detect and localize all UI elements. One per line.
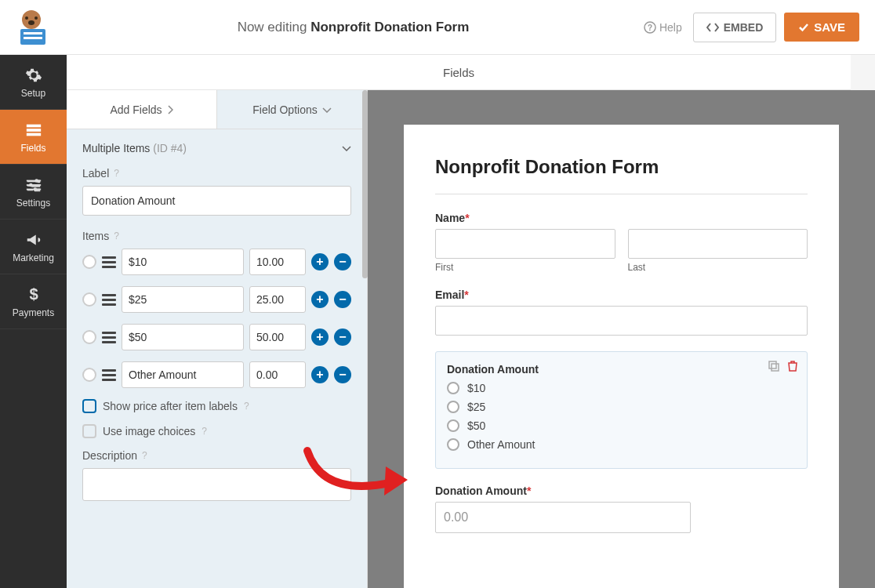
help-link[interactable]: ? Help [644,21,682,34]
embed-button[interactable]: EMBED [693,13,777,42]
options-body: Label? Items? + − + − [67,167,367,517]
svg-rect-12 [26,180,40,181]
checkbox-icon[interactable] [82,424,96,438]
label-input[interactable] [82,186,351,216]
svg-rect-9 [26,124,40,127]
item-price-input[interactable] [249,324,306,350]
item-price-input[interactable] [249,286,306,313]
svg-rect-10 [26,129,40,132]
checkbox-icon[interactable] [82,399,96,413]
chevron-right-icon [167,105,173,114]
item-price-input[interactable] [249,361,306,388]
label-heading: Label? [82,167,351,180]
nav-marketing[interactable]: Marketing [0,220,67,274]
svg-point-17 [33,187,37,191]
gear-icon [24,66,43,85]
add-item-button[interactable]: + [311,328,329,346]
chevron-down-icon [322,107,332,113]
svg-point-0 [22,10,41,29]
help-icon: ? [644,21,656,34]
option-row[interactable]: $50 [447,419,796,432]
amount-input[interactable]: 0.00 [435,502,691,533]
item-price-input[interactable] [249,249,306,275]
svg-point-15 [34,179,38,183]
help-icon[interactable]: ? [202,426,207,437]
main-area: Setup Fields Settings Marketing $ Paymen… [0,55,875,588]
nav-settings[interactable]: Settings [0,165,67,220]
svg-rect-6 [24,37,42,39]
list-icon [24,121,43,140]
email-input[interactable] [435,306,808,336]
item-row: + − [82,249,351,275]
description-input[interactable] [82,468,351,501]
fields-header: Fields [67,55,851,90]
nav-payments[interactable]: $ Payments [0,274,67,329]
radio-icon[interactable] [447,438,459,451]
add-item-button[interactable]: + [311,366,329,383]
default-radio[interactable] [82,368,96,382]
remove-item-button[interactable]: − [334,366,351,383]
donation-amount-field[interactable]: Donation Amount* 0.00 [435,485,808,533]
remove-item-button[interactable]: − [334,328,351,346]
default-radio[interactable] [82,255,96,269]
nav-fields[interactable]: Fields [0,110,67,165]
item-label-input[interactable] [122,286,244,313]
svg-text:$: $ [29,286,38,303]
item-row: + − [82,286,351,313]
svg-rect-5 [24,32,42,34]
radio-icon[interactable] [447,382,459,394]
donation-options-field[interactable]: Donation Amount $10 $25 $50 Other Amount [435,351,808,469]
save-button[interactable]: SAVE [784,13,859,42]
option-row[interactable]: $25 [447,401,796,413]
scrollbar[interactable] [362,90,368,278]
radio-icon[interactable] [447,419,459,432]
help-icon[interactable]: ? [244,401,249,412]
tab-field-options[interactable]: Field Options [216,90,367,129]
delete-icon[interactable] [786,360,799,372]
use-images-row[interactable]: Use image choices ? [82,424,351,438]
help-icon[interactable]: ? [142,450,147,461]
chevron-down-icon [342,145,351,151]
default-radio[interactable] [82,330,96,344]
last-name-input[interactable] [628,229,808,259]
form-preview: Nonprofit Donation Form Name* First Last… [404,125,839,588]
nav-rail: Setup Fields Settings Marketing $ Paymen… [0,55,67,588]
nav-setup[interactable]: Setup [0,55,67,110]
svg-rect-13 [26,184,40,186]
drag-handle-icon[interactable] [102,369,116,380]
description-heading: Description? [82,449,351,462]
svg-point-2 [34,16,38,20]
drag-handle-icon[interactable] [102,256,116,267]
option-row[interactable]: Other Amount [447,438,796,451]
top-bar: Now editing Nonprofit Donation Form ? He… [0,0,875,55]
divider [435,194,808,194]
item-label-input[interactable] [122,249,244,275]
default-radio[interactable] [82,292,96,307]
tab-add-fields[interactable]: Add Fields [67,90,216,129]
email-field[interactable]: Email* [435,289,808,336]
name-field[interactable]: Name* First Last [435,212,808,273]
remove-item-button[interactable]: − [334,253,351,270]
remove-item-button[interactable]: − [334,291,351,308]
show-price-row[interactable]: Show price after item labels ? [82,399,351,413]
svg-point-3 [28,20,34,25]
dollar-icon: $ [24,285,43,304]
item-label-input[interactable] [122,361,244,388]
add-item-button[interactable]: + [311,291,329,308]
first-name-input[interactable] [435,229,615,259]
radio-icon[interactable] [447,401,459,413]
items-heading: Items? [82,230,351,242]
drag-handle-icon[interactable] [102,294,116,305]
svg-point-16 [29,183,33,187]
svg-rect-20 [772,364,779,371]
svg-rect-19 [769,361,776,368]
page-title: Now editing Nonprofit Donation Form [63,20,644,35]
option-row[interactable]: $10 [447,382,796,394]
add-item-button[interactable]: + [311,253,329,270]
duplicate-icon[interactable] [768,360,780,372]
help-icon[interactable]: ? [114,230,119,241]
section-header[interactable]: Multiple Items (ID #4) [67,129,367,167]
help-icon[interactable]: ? [114,168,119,179]
item-label-input[interactable] [122,324,244,350]
drag-handle-icon[interactable] [102,332,116,343]
